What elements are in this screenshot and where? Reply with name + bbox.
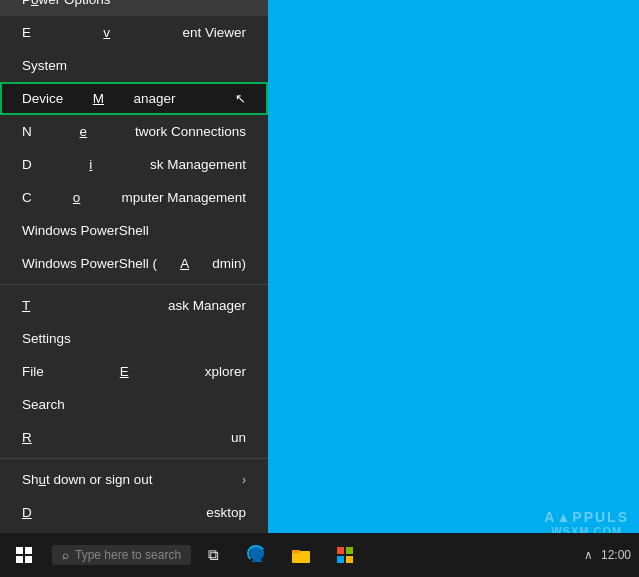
edge-icon-button[interactable] <box>235 533 279 577</box>
taskbar-right-area: ∧ 12:00 <box>584 548 639 562</box>
context-menu: Apps and Features Power Options Event Vi… <box>0 0 268 533</box>
file-explorer-button[interactable] <box>279 533 323 577</box>
menu-item-disk-management[interactable]: Disk Management <box>0 148 268 181</box>
menu-item-windows-powershell-admin[interactable]: Windows PowerShell (Admin) <box>0 247 268 280</box>
menu-item-system[interactable]: System <box>0 49 268 82</box>
menu-item-shut-down[interactable]: Shut down or sign out › <box>0 463 268 496</box>
svg-rect-5 <box>346 556 353 563</box>
taskbar-search-icon: ⌕ <box>62 548 69 562</box>
menu-item-settings[interactable]: Settings <box>0 322 268 355</box>
taskbar-search[interactable]: ⌕ Type here to search <box>52 545 191 565</box>
menu-item-power-options[interactable]: Power Options <box>0 0 268 16</box>
folder-icon <box>291 546 311 564</box>
task-view-button[interactable]: ⧉ <box>191 533 235 577</box>
store-icon <box>335 545 355 565</box>
menu-item-run[interactable]: Run <box>0 421 268 454</box>
svg-rect-2 <box>337 547 344 554</box>
svg-rect-3 <box>346 547 353 554</box>
menu-item-desktop[interactable]: Desktop <box>0 496 268 529</box>
menu-separator-1 <box>0 284 268 285</box>
windows-logo-icon <box>16 547 32 563</box>
edge-icon <box>247 545 267 565</box>
menu-item-computer-management[interactable]: Computer Management <box>0 181 268 214</box>
store-button[interactable] <box>323 533 367 577</box>
menu-separator-2 <box>0 458 268 459</box>
menu-item-search[interactable]: Search <box>0 388 268 421</box>
clock: 12:00 <box>601 548 631 562</box>
start-button[interactable] <box>0 533 48 577</box>
menu-item-task-manager[interactable]: Task Manager <box>0 289 268 322</box>
menu-item-device-manager[interactable]: Device Manager ↖ <box>0 82 268 115</box>
menu-item-event-viewer[interactable]: Event Viewer <box>0 16 268 49</box>
menu-item-file-explorer[interactable]: File Explorer <box>0 355 268 388</box>
menu-item-network-connections[interactable]: Network Connections <box>0 115 268 148</box>
menu-item-windows-powershell[interactable]: Windows PowerShell <box>0 214 268 247</box>
system-tray: ∧ <box>584 548 593 562</box>
taskbar: ⌕ Type here to search ⧉ ∧ 12:00 <box>0 533 639 577</box>
taskbar-search-label: Type here to search <box>75 548 181 562</box>
submenu-arrow: › <box>242 473 246 487</box>
svg-rect-1 <box>292 550 300 553</box>
svg-rect-4 <box>337 556 344 563</box>
